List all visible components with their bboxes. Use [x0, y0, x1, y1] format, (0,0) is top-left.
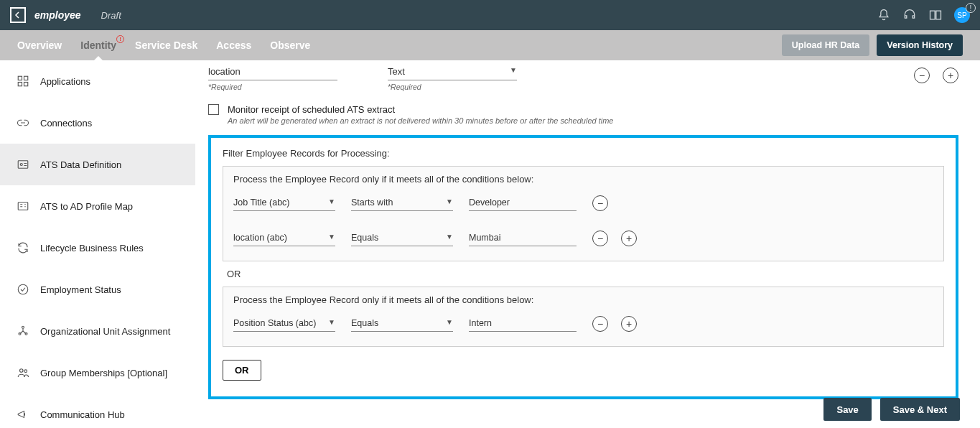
chevron-down-icon: ▼	[328, 197, 335, 208]
field-row: location *Required Text ▼ *Required − +	[208, 63, 958, 91]
condition-field-select[interactable]: Position Status (abc)▼	[233, 315, 335, 332]
top-bar: employee Draft SP !	[0, 0, 980, 30]
chevron-down-icon: ▼	[328, 318, 335, 328]
add-or-group-button[interactable]: OR	[223, 360, 261, 381]
sidebar-item-label: Group Memberships [Optional]	[40, 368, 167, 378]
condition-value-input[interactable]	[469, 315, 577, 332]
tab-identity[interactable]: Identity !	[80, 39, 116, 51]
remove-condition-button[interactable]: −	[592, 195, 608, 211]
field-type-select[interactable]: Text ▼	[388, 63, 517, 80]
avatar-initials: SP	[957, 11, 966, 19]
nav-bar: Overview Identity ! Service Desk Access …	[0, 30, 980, 60]
svg-rect-4	[18, 161, 28, 169]
alert-badge-icon: !	[116, 35, 124, 43]
id-card-icon	[16, 158, 30, 171]
remove-field-button[interactable]: −	[914, 68, 930, 83]
upload-hr-data-button[interactable]: Upload HR Data	[782, 34, 869, 56]
refresh-icon	[16, 241, 30, 254]
monitor-hint: An alert will be generated when an extra…	[228, 116, 958, 125]
condition-operator-select[interactable]: Equals▼	[351, 315, 453, 332]
condition-row: Job Title (abc)▼ Starts with▼ −	[233, 195, 933, 211]
monitor-checkbox-row: Monitor receipt of scheduled ATS extract	[208, 104, 958, 115]
sidebar-item-group-memberships[interactable]: Group Memberships [Optional]	[0, 352, 195, 394]
footer-actions: Save Save & Next	[823, 391, 980, 428]
or-separator: OR	[227, 269, 944, 279]
check-circle-icon	[16, 283, 30, 296]
svg-point-5	[20, 164, 22, 166]
condition-group-desc: Process the Employee Record only if it m…	[233, 174, 933, 185]
field-name-input[interactable]: location	[208, 63, 337, 80]
chevron-down-icon: ▼	[446, 233, 453, 243]
svg-point-11	[20, 369, 24, 373]
content-area: location *Required Text ▼ *Required − +	[195, 60, 980, 428]
condition-group: Process the Employee Record only if it m…	[223, 166, 944, 261]
svg-rect-1	[24, 76, 28, 80]
filter-highlight-box: Filter Employee Records for Processing: …	[208, 135, 958, 399]
sidebar-item-communication-hub[interactable]: Communication Hub	[0, 394, 195, 428]
svg-point-8	[22, 326, 24, 328]
condition-value-input[interactable]	[469, 195, 577, 211]
condition-row: location (abc)▼ Equals▼ − +	[233, 230, 933, 246]
tab-overview[interactable]: Overview	[17, 39, 62, 51]
sidebar-item-label: ATS to AD Profile Map	[40, 201, 133, 212]
headset-icon[interactable]	[902, 8, 917, 22]
book-icon[interactable]	[928, 8, 943, 22]
tab-service-desk[interactable]: Service Desk	[135, 39, 197, 51]
sidebar-item-applications[interactable]: Applications	[0, 60, 195, 102]
chevron-down-icon: ▼	[446, 197, 453, 208]
tab-observe[interactable]: Observe	[270, 39, 310, 51]
monitor-label: Monitor receipt of scheduled ATS extract	[228, 104, 395, 115]
required-hint: *Required	[388, 83, 517, 91]
monitor-checkbox[interactable]	[208, 104, 219, 115]
remove-condition-button[interactable]: −	[592, 316, 608, 332]
org-icon	[16, 325, 30, 338]
add-condition-button[interactable]: +	[621, 316, 637, 332]
remove-condition-button[interactable]: −	[592, 231, 608, 246]
save-next-button[interactable]: Save & Next	[880, 398, 960, 421]
condition-field-select[interactable]: location (abc)▼	[233, 230, 335, 246]
sidebar-item-lifecycle[interactable]: Lifecycle Business Rules	[0, 227, 195, 269]
chevron-down-icon: ▼	[328, 233, 335, 243]
save-button[interactable]: Save	[823, 398, 871, 421]
sidebar-item-label: Applications	[40, 76, 90, 87]
chevron-down-icon: ▼	[510, 66, 517, 77]
tab-access[interactable]: Access	[216, 39, 251, 51]
sidebar-item-employment-status[interactable]: Employment Status	[0, 269, 195, 310]
link-icon	[16, 116, 30, 129]
required-hint: *Required	[208, 83, 337, 91]
profile-map-icon	[16, 200, 30, 213]
svg-rect-3	[24, 83, 28, 86]
svg-rect-2	[18, 83, 22, 86]
version-history-button[interactable]: Version History	[877, 34, 963, 56]
bell-icon[interactable]	[877, 8, 891, 22]
avatar-badge-icon: !	[966, 3, 976, 13]
sidebar-item-ou-assignment[interactable]: Organizational Unit Assignment	[0, 310, 195, 352]
condition-operator-select[interactable]: Starts with▼	[351, 195, 453, 211]
sidebar-item-connections[interactable]: Connections	[0, 102, 195, 144]
back-icon[interactable]	[10, 7, 26, 23]
sidebar-item-ats-data-definition[interactable]: ATS Data Definition	[0, 144, 195, 185]
sidebar-item-label: Employment Status	[40, 284, 121, 295]
megaphone-icon	[16, 408, 30, 421]
filter-section-title: Filter Employee Records for Processing:	[223, 148, 944, 159]
condition-operator-select[interactable]: Equals▼	[351, 230, 453, 246]
condition-value-input[interactable]	[469, 230, 577, 246]
sidebar-item-label: Connections	[40, 118, 92, 129]
sidebar-item-label: Lifecycle Business Rules	[40, 243, 144, 253]
condition-field-select[interactable]: Job Title (abc)▼	[233, 195, 335, 211]
chevron-down-icon: ▼	[446, 318, 453, 328]
sidebar-item-label: Organizational Unit Assignment	[40, 326, 170, 337]
sidebar-item-label: Communication Hub	[40, 409, 125, 420]
sidebar-item-ats-to-ad[interactable]: ATS to AD Profile Map	[0, 185, 195, 227]
avatar[interactable]: SP !	[954, 7, 970, 23]
add-condition-button[interactable]: +	[621, 231, 637, 246]
condition-row: Position Status (abc)▼ Equals▼ − +	[233, 315, 933, 332]
app-title: employee	[34, 9, 81, 21]
status-label: Draft	[101, 10, 121, 21]
svg-point-12	[24, 370, 27, 373]
condition-group-desc: Process the Employee Record only if it m…	[233, 294, 933, 305]
condition-group: Process the Employee Record only if it m…	[223, 287, 944, 347]
sidebar-item-label: ATS Data Definition	[40, 159, 121, 170]
svg-rect-0	[18, 76, 22, 80]
add-field-button[interactable]: +	[943, 68, 958, 83]
